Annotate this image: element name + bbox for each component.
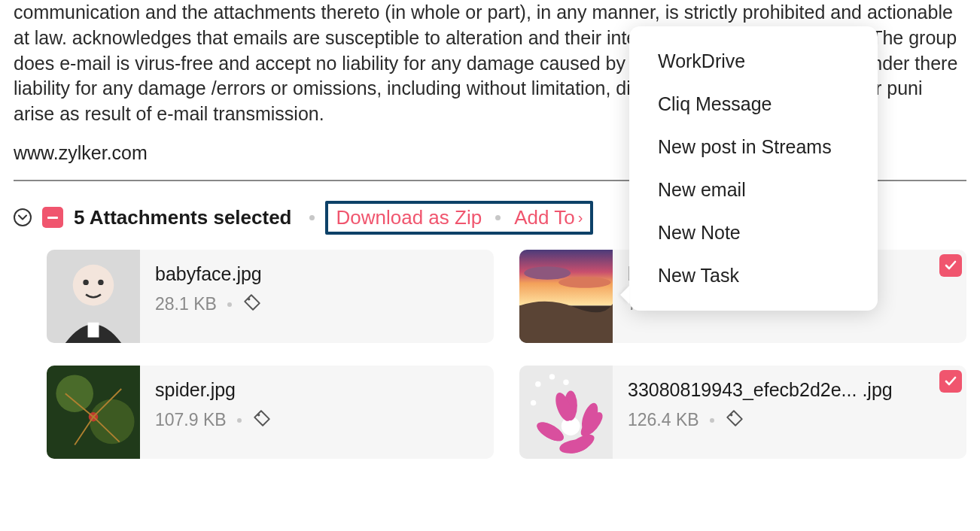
add-to-label: Add To [514, 206, 574, 229]
attachment-name: 33080819943_efecb2d2e... .jpg [628, 379, 893, 401]
chevron-down-icon[interactable] [14, 208, 32, 226]
svg-point-3 [98, 279, 103, 284]
svg-point-7 [524, 266, 571, 279]
svg-point-5 [248, 297, 250, 299]
attachment-info: spider.jpg 107.9 KB [140, 366, 287, 459]
tag-icon[interactable] [252, 408, 272, 432]
separator-dot [237, 418, 242, 423]
attachment-name: babyface.jpg [155, 263, 262, 285]
attachment-card[interactable]: 33080819943_efecb2d2e... .jpg 126.4 KB [519, 366, 966, 459]
separator-dot [309, 215, 315, 220]
add-to-dropdown: WorkDrive Cliq Message New post in Strea… [629, 26, 878, 311]
download-zip-button[interactable]: Download as Zip [336, 206, 482, 229]
svg-point-32 [563, 379, 568, 384]
attachment-info: babyface.jpg 28.1 KB [140, 250, 277, 343]
add-to-button[interactable]: Add To › [514, 206, 583, 229]
selected-check-icon[interactable] [939, 370, 962, 393]
attachment-size: 28.1 KB [155, 294, 217, 314]
signature-link[interactable]: www.zylker.com [14, 142, 148, 163]
svg-point-1 [73, 264, 114, 305]
attachment-info: 33080819943_efecb2d2e... .jpg 126.4 KB [613, 366, 908, 459]
dropdown-item-new-task[interactable]: New Task [629, 254, 878, 297]
tag-icon[interactable] [725, 408, 744, 432]
separator-dot [227, 302, 232, 307]
svg-point-2 [83, 279, 88, 284]
svg-point-19 [257, 413, 260, 415]
selected-check-icon[interactable] [939, 254, 962, 277]
attachment-thumbnail [519, 250, 613, 343]
action-group-highlight: Download as Zip Add To › [325, 201, 593, 235]
svg-point-12 [56, 375, 93, 412]
minus-icon [47, 217, 58, 219]
separator-dot [495, 215, 501, 220]
svg-rect-4 [88, 322, 99, 337]
attachment-size: 126.4 KB [628, 410, 699, 430]
attachment-name: spider.jpg [155, 379, 272, 401]
attachment-thumbnail [519, 366, 613, 459]
svg-point-33 [531, 399, 536, 405]
dropdown-item-new-note[interactable]: New Note [629, 211, 878, 254]
svg-point-34 [730, 413, 732, 415]
svg-point-13 [90, 399, 135, 444]
svg-point-31 [549, 374, 555, 379]
attachment-card[interactable]: spider.jpg 107.9 KB [47, 366, 494, 459]
attachment-card[interactable]: babyface.jpg 28.1 KB [47, 250, 494, 343]
dropdown-item-streams[interactable]: New post in Streams [629, 126, 878, 168]
svg-point-30 [535, 381, 540, 387]
attachments-count-label: 5 Attachments selected [74, 206, 291, 229]
attachment-thumbnail [47, 366, 140, 459]
dropdown-item-new-email[interactable]: New email [629, 168, 878, 211]
dropdown-item-workdrive[interactable]: WorkDrive [629, 40, 878, 83]
svg-point-8 [558, 276, 610, 287]
select-some-checkbox[interactable] [42, 207, 63, 228]
attachment-size: 107.9 KB [155, 410, 227, 430]
dropdown-item-cliq[interactable]: Cliq Message [629, 83, 878, 126]
tag-icon[interactable] [242, 293, 262, 317]
chevron-right-icon: › [578, 209, 583, 226]
separator-dot [710, 418, 714, 423]
attachment-thumbnail [47, 250, 140, 343]
